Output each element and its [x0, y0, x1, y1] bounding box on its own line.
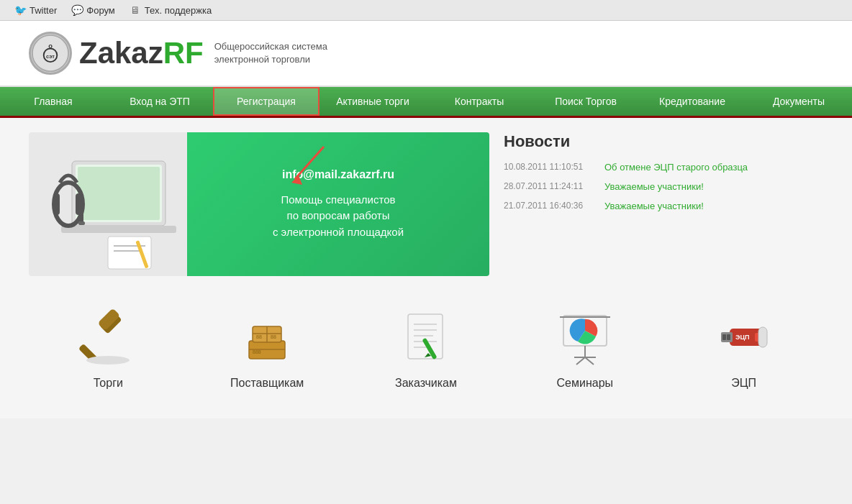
icon-seminary[interactable]: Семинары: [520, 305, 650, 390]
svg-line-43: [576, 357, 585, 365]
main-content: info@mail.zakazrf.ru Помощь специалистов…: [0, 118, 852, 418]
header: о сэт ZakazRF Общероссийская система эле…: [0, 21, 852, 87]
banner-email: info@mail.zakazrf.ru: [282, 168, 394, 181]
svg-rect-49: [722, 334, 726, 340]
svg-rect-52: [758, 327, 767, 347]
icons-section: Торги 88 88 888 Поставщикам: [29, 298, 823, 404]
presentation-icon: [553, 305, 617, 370]
brand-suffix: RF: [163, 36, 204, 70]
gavel-icon: [76, 305, 140, 370]
icon-label-ecp: ЭЦП: [731, 377, 756, 390]
content-row: info@mail.zakazrf.ru Помощь специалистов…: [29, 132, 823, 276]
icon-torgi[interactable]: Торги: [43, 305, 173, 390]
nav-documenty[interactable]: Документы: [746, 87, 852, 116]
svg-text:ЭЦП: ЭЦП: [735, 334, 749, 341]
news-date-2: 28.07.2011 11:24:11: [504, 181, 597, 191]
icon-zakazchikam[interactable]: Заказчикам: [361, 305, 491, 390]
svg-rect-14: [78, 221, 85, 225]
icon-label-zakazchikam: Заказчикам: [395, 377, 457, 390]
twitter-label: Twitter: [30, 5, 57, 16]
forum-icon: 💬: [71, 4, 83, 16]
tagline-line1: Общероссийская система: [214, 40, 327, 53]
svg-text:88: 88: [256, 334, 262, 339]
logo-container: о сэт ZakazRF Общероссийская система эле…: [29, 32, 327, 75]
twitter-link[interactable]: 🐦 Twitter: [14, 4, 57, 16]
icon-label-postavshchikam: Поставщикам: [230, 377, 304, 390]
svg-line-44: [585, 357, 594, 365]
svg-rect-8: [78, 167, 160, 220]
svg-point-22: [86, 356, 130, 365]
boxes-icon: 88 88 888: [235, 305, 299, 370]
tagline-line2: электронной торговли: [214, 53, 327, 66]
svg-rect-9: [61, 226, 176, 233]
news-section: Новости 10.08.2011 11:10:51 Об отмене ЭЦ…: [504, 132, 823, 276]
icon-postavshchikam[interactable]: 88 88 888 Поставщикам: [202, 305, 332, 390]
banner-desc-line1: Помощь специалистов: [273, 192, 404, 209]
document-icon: [394, 305, 458, 370]
news-link-3[interactable]: Уважаемые участники!: [604, 201, 704, 211]
icon-label-torgi: Торги: [94, 377, 123, 390]
banner-image: [29, 132, 187, 276]
news-date-1: 10.08.2011 11:10:51: [504, 162, 597, 172]
nav-poisk[interactable]: Поиск Торгов: [532, 87, 639, 116]
news-date-3: 21.07.2011 16:40:36: [504, 201, 597, 211]
nav-kreditovanie[interactable]: Кредитование: [639, 87, 746, 116]
svg-text:сэт: сэт: [46, 53, 55, 60]
usb-icon: ЭЦП: [712, 305, 776, 370]
banner-description: Помощь специалистов по вопросам работы с…: [273, 192, 404, 241]
svg-rect-50: [727, 334, 730, 340]
nav-torgi[interactable]: Активные торги: [320, 87, 426, 116]
svg-rect-11: [54, 193, 60, 215]
nav-vhod[interactable]: Вход на ЭТП: [106, 87, 213, 116]
svg-text:888: 888: [253, 349, 261, 354]
banner-desc-line3: с электронной площадкой: [273, 224, 404, 241]
top-bar: 🐦 Twitter 💬 Форум 🖥 Тех. поддержка: [0, 0, 852, 21]
svg-rect-31: [408, 314, 443, 359]
banner-illustration: [29, 132, 187, 276]
banner-desc-line2: по вопросам работы: [273, 208, 404, 224]
banner: info@mail.zakazrf.ru Помощь специалистов…: [29, 132, 489, 276]
news-item-2: 28.07.2011 11:24:11 Уважаемые участники!: [504, 181, 823, 192]
nav-kontrakty[interactable]: Контракты: [426, 87, 532, 116]
support-label: Тех. поддержка: [145, 5, 212, 16]
svg-rect-13: [80, 210, 83, 223]
nav-registraciya[interactable]: Регистрация: [213, 87, 320, 116]
logo-tagline: Общероссийская система электронной торго…: [214, 40, 327, 66]
support-link[interactable]: 🖥 Тех. поддержка: [130, 4, 212, 16]
news-link-1[interactable]: Об отмене ЭЦП старого образца: [604, 162, 748, 173]
banner-info: info@mail.zakazrf.ru Помощь специалистов…: [187, 132, 489, 276]
forum-label: Форум: [86, 5, 115, 16]
nav-glavnaya[interactable]: Главная: [0, 87, 106, 116]
main-nav: Главная Вход на ЭТП Регистрация Активные…: [0, 87, 852, 118]
svg-text:88: 88: [271, 334, 276, 339]
news-link-2[interactable]: Уважаемые участники!: [604, 181, 704, 192]
icon-label-seminary: Семинары: [557, 377, 614, 390]
support-icon: 🖥: [130, 4, 141, 16]
brand-name: Zakaz: [79, 36, 163, 70]
forum-link[interactable]: 💬 Форум: [71, 4, 115, 16]
news-item-1: 10.08.2011 11:10:51 Об отмене ЭЦП старог…: [504, 162, 823, 173]
oset-logo: о сэт: [29, 32, 72, 75]
icon-ecp[interactable]: ЭЦП ЭЦП: [679, 305, 809, 390]
news-item-3: 21.07.2011 16:40:36 Уважаемые участники!: [504, 201, 823, 211]
twitter-icon: 🐦: [14, 4, 26, 16]
news-title: Новости: [504, 132, 823, 151]
